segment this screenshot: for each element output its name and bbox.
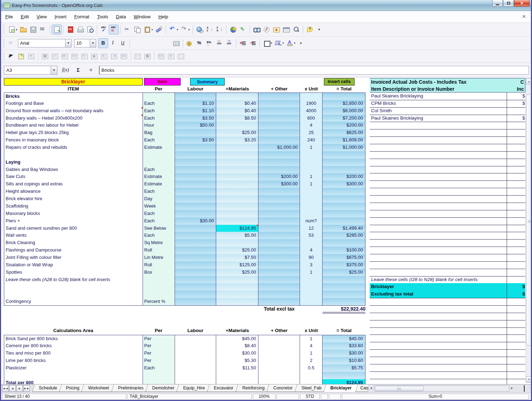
invoice-inc-tax-cell[interactable] (507, 335, 525, 342)
cell-per[interactable] (143, 291, 175, 298)
cell-labour[interactable] (175, 247, 217, 254)
invoice-description-cell[interactable] (370, 217, 507, 225)
formatted-field-button[interactable] (70, 51, 80, 61)
cell-per[interactable]: Estimate (143, 144, 175, 152)
cell-item[interactable]: Hebel glue lays 25 blocks 25kg (4, 129, 143, 137)
cell-total[interactable] (323, 239, 365, 247)
tab-excavator[interactable]: Excavator (207, 384, 240, 392)
tab-preliminaries[interactable]: Preliminaries (111, 384, 150, 392)
invoice-inc-tax-cell[interactable] (507, 261, 525, 269)
cell-labour[interactable] (175, 129, 217, 137)
navigator-button[interactable] (262, 25, 271, 34)
cell-materials[interactable] (216, 180, 258, 188)
cell-materials[interactable]: $124.95 (216, 225, 258, 233)
cell-materials[interactable] (216, 93, 258, 100)
invoice-description-cell[interactable] (370, 159, 507, 166)
cell-unit[interactable]: 1 (300, 173, 323, 181)
cell-unit[interactable]: 90 (300, 254, 323, 262)
menu-help[interactable]: Help (158, 14, 168, 19)
vertical-scrollbar[interactable]: ▲ ▼ (526, 78, 531, 383)
undo-button[interactable]: ▾ (168, 25, 179, 34)
next-sheet-button[interactable]: ► (16, 385, 23, 392)
cell-labour[interactable] (175, 283, 217, 291)
cell-unit[interactable]: 1 (300, 335, 323, 343)
invoice-description-cell[interactable] (370, 298, 507, 306)
scroll-down-button[interactable]: ▼ (526, 376, 531, 382)
cell-materials[interactable] (216, 188, 258, 196)
font-size-combo[interactable]: 10 ▼ (74, 39, 96, 47)
cell-other[interactable] (258, 261, 300, 269)
menu-tools[interactable]: Tools (97, 14, 108, 19)
cell-labour[interactable] (175, 276, 217, 284)
cell-item[interactable]: Boundary walls – Hebel 200x600x200 (4, 115, 143, 122)
cell-item[interactable]: Masonary blocks (4, 210, 143, 218)
cell-per[interactable]: Per (143, 342, 175, 350)
invoice-description-cell[interactable] (370, 225, 507, 233)
more-button[interactable] (315, 25, 325, 34)
cell-other[interactable] (258, 195, 300, 203)
cell-materials[interactable] (216, 195, 258, 203)
sort-descending-button[interactable] (214, 25, 224, 34)
cell-total[interactable] (323, 159, 365, 166)
cell-materials[interactable]: $25.00 (216, 129, 258, 137)
invoice-inc-tax-cell[interactable] (507, 232, 525, 240)
number-standard-button[interactable] (205, 38, 214, 48)
chart-button[interactable] (228, 25, 238, 34)
cell-other[interactable] (258, 269, 300, 276)
cell-labour[interactable] (175, 166, 217, 174)
cell-other[interactable] (258, 188, 300, 196)
invoice-description-cell[interactable] (370, 247, 507, 254)
cell-labour[interactable] (175, 232, 217, 240)
cell-materials[interactable] (216, 203, 258, 210)
check-box-button[interactable] (50, 51, 60, 61)
menu-file[interactable]: File (5, 14, 13, 19)
cell-per[interactable]: Roll (143, 247, 175, 254)
cell-materials[interactable] (216, 276, 258, 284)
open-button[interactable] (18, 25, 28, 34)
cell-materials[interactable] (216, 283, 258, 291)
last-sheet-button[interactable]: ►► (23, 385, 30, 392)
cell-total[interactable]: $675.00 (323, 254, 365, 262)
align-justify-button[interactable] (161, 38, 171, 48)
cell-unit[interactable] (300, 151, 323, 159)
invoice-description-cell[interactable] (370, 342, 507, 350)
cell-other[interactable] (258, 225, 300, 233)
cell-labour[interactable]: $3.50 (175, 136, 217, 144)
cell-unit[interactable] (300, 166, 323, 174)
sort-ascending-button[interactable] (205, 25, 214, 34)
tab-worksheet[interactable]: Worksheet (81, 384, 116, 392)
cell-per[interactable]: Per (143, 335, 175, 343)
menu-window[interactable]: Window (134, 14, 151, 19)
cell-item[interactable]: Total per 800 (4, 379, 143, 384)
invoice-description-cell[interactable] (370, 349, 507, 357)
invoice-description-cell[interactable] (370, 320, 507, 328)
cell-per[interactable] (143, 276, 175, 284)
invoice-inc-tax-cell[interactable]: $ (507, 115, 525, 122)
cell-unit[interactable]: 53 (300, 232, 323, 240)
menu-insert[interactable]: Insert (55, 14, 67, 19)
cell-labour[interactable]: $1.10 (175, 100, 217, 108)
cell-labour[interactable] (175, 173, 217, 181)
cell-total[interactable]: $1,499.40 (323, 225, 365, 233)
design-mode-button[interactable] (17, 51, 26, 61)
email-button[interactable] (38, 25, 48, 34)
cell-unit[interactable] (300, 239, 323, 247)
cell-other[interactable] (258, 151, 300, 159)
tab-scroll-right-button[interactable]: ► (509, 385, 515, 392)
cell-materials[interactable]: $3.20 (216, 136, 258, 144)
chevron-down-icon[interactable]: ▾ (16, 28, 17, 31)
cell-unit[interactable]: 0.5 (300, 364, 323, 372)
italic-button[interactable] (108, 38, 118, 48)
cell-other[interactable] (258, 276, 300, 284)
cell-per[interactable]: Sq Metre (143, 239, 175, 247)
cell-other[interactable] (258, 210, 300, 218)
cell-total[interactable] (323, 298, 365, 306)
invoice-inc-tax-cell[interactable] (507, 379, 525, 384)
status-sum[interactable]: Sum=0 (342, 394, 529, 400)
cell-per[interactable] (143, 93, 175, 100)
invoice-description-cell[interactable] (370, 188, 507, 196)
cell-labour[interactable] (175, 372, 217, 380)
invoice-description-cell[interactable] (370, 144, 507, 152)
cell-item[interactable]: Ties and misc per 800 (4, 350, 143, 357)
cell-materials[interactable]: $0.40 (216, 107, 258, 115)
